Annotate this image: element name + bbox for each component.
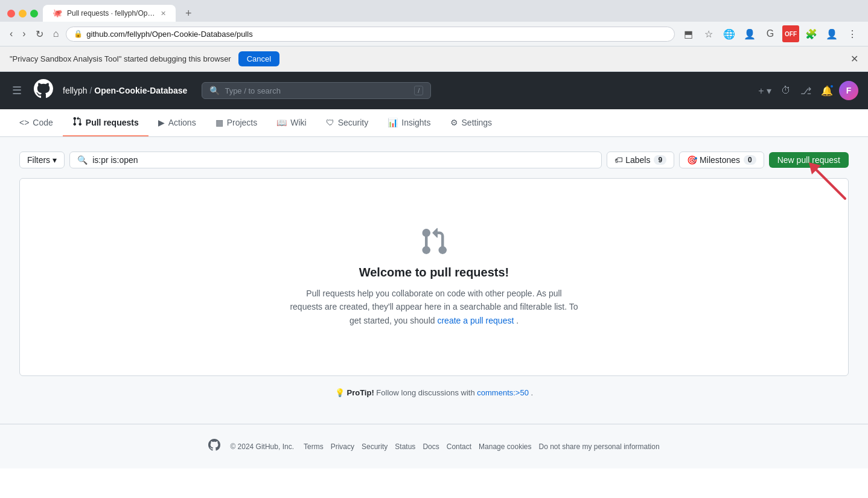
footer-link-do-not-share[interactable]: Do not share my personal information (538, 442, 659, 451)
bookmark-icon[interactable]: ☆ (700, 25, 717, 42)
actions-icon: ▶ (158, 118, 165, 127)
home-button[interactable]: ⌂ (51, 26, 62, 42)
milestone-icon: 🎯 (687, 155, 697, 165)
pr-empty-desc-part1: Pull requests help you collaborate on co… (290, 289, 578, 325)
lightbulb-icon: 💡 (335, 388, 345, 397)
breadcrumb-user-link[interactable]: fellyph (63, 86, 87, 95)
nav-security[interactable]: 🛡 Security (316, 110, 378, 136)
menu-icon[interactable]: ⋮ (844, 25, 861, 42)
breadcrumb-separator: / (89, 86, 92, 95)
hamburger-menu-icon[interactable]: ☰ (10, 81, 24, 100)
tab-title: Pull requests · fellyph/Open-C... (67, 9, 156, 18)
github-header: ☰ fellyph / Open-Cookie-Database 🔍 Type … (0, 72, 868, 109)
nav-pull-requests[interactable]: Pull requests (63, 109, 148, 136)
nav-insights[interactable]: 📊 Insights (378, 110, 440, 136)
nav-settings[interactable]: ⚙ Settings (441, 110, 502, 136)
filters-button[interactable]: Filters ▾ (19, 152, 65, 168)
create-pull-request-link[interactable]: create a pull request (437, 316, 514, 325)
protip-link[interactable]: comments:>50 (477, 388, 529, 397)
footer-link-manage-cookies[interactable]: Manage cookies (479, 442, 531, 451)
cast-icon[interactable]: ⬒ (680, 25, 697, 42)
settings-icon: ⚙ (450, 118, 458, 127)
security-nav-icon: 🛡 (326, 118, 334, 127)
extension-icon-4[interactable]: OFF (782, 25, 799, 42)
pr-container: Welcome to pull requests! Pull requests … (19, 178, 849, 376)
extension-icon-1[interactable]: 🌐 (721, 25, 738, 42)
milestones-button[interactable]: 🎯 Milestones 0 (679, 152, 764, 168)
github-logo (34, 79, 53, 102)
plus-icon: + (758, 86, 764, 96)
footer-link-security[interactable]: Security (362, 442, 388, 451)
notification-dot (829, 84, 834, 89)
wiki-icon: 📖 (276, 118, 287, 127)
user-profile-icon[interactable]: 👤 (823, 25, 840, 42)
labels-button[interactable]: 🏷 Labels 9 (607, 152, 674, 168)
debug-cancel-button[interactable]: Cancel (238, 51, 279, 66)
browser-tab[interactable]: 🐙 Pull requests · fellyph/Open-C... ✕ (43, 5, 176, 22)
protip-label: ProTip! (346, 388, 374, 397)
footer-links: Terms Privacy Security Status Docs Conta… (304, 442, 660, 451)
debug-bar: "Privacy Sandbox Analysis Tool" started … (0, 46, 868, 72)
timer-icon[interactable]: ⏱ (777, 81, 794, 100)
footer-link-privacy[interactable]: Privacy (331, 442, 354, 451)
projects-icon: ▦ (215, 118, 223, 127)
nav-insights-label: Insights (401, 118, 430, 127)
pr-toolbar: Filters ▾ 🔍 is:pr is:open 🏷 Labels 9 🎯 M… (19, 152, 849, 168)
search-slash-badge: / (414, 86, 423, 95)
user-avatar[interactable]: F (839, 81, 858, 100)
labels-count: 9 (654, 155, 666, 165)
search-container: 🔍 Type / to search / (202, 82, 431, 99)
minimize-window-button[interactable] (19, 10, 27, 18)
browser-toolbar-icons: ⬒ ☆ 🌐 👤 G OFF 🧩 👤 ⋮ (680, 25, 861, 42)
pr-search-box[interactable]: 🔍 is:pr is:open (69, 152, 602, 168)
pull-request-icon[interactable]: ⎇ (797, 81, 815, 100)
label-icon: 🏷 (614, 155, 623, 165)
pr-empty-icon (420, 227, 448, 256)
nav-settings-label: Settings (462, 118, 493, 127)
footer-github-logo (208, 439, 220, 454)
filter-label: Filters (27, 155, 50, 165)
pr-empty-desc-part2: . (516, 316, 519, 325)
footer-link-terms[interactable]: Terms (304, 442, 324, 451)
back-button[interactable]: ‹ (7, 26, 15, 42)
create-new-button[interactable]: + ▾ (755, 81, 775, 100)
nav-actions-label: Actions (168, 118, 196, 127)
forward-button[interactable]: › (20, 26, 28, 42)
protip: 💡 ProTip! Follow long discussions with c… (19, 376, 849, 409)
browser-window: 🐙 Pull requests · fellyph/Open-C... ✕ + … (0, 0, 868, 498)
nav-actions[interactable]: ▶ Actions (148, 110, 206, 136)
nav-code[interactable]: <> Code (10, 110, 63, 136)
nav-code-label: Code (33, 118, 53, 127)
browser-toolbar: ‹ › ↻ ⌂ 🔒 github.com/fellyph/Open-Cookie… (0, 22, 868, 46)
github-page: ☰ fellyph / Open-Cookie-Database 🔍 Type … (0, 72, 868, 498)
nav-projects[interactable]: ▦ Projects (206, 110, 267, 136)
filter-chevron-icon: ▾ (53, 155, 57, 165)
security-icon: 🔒 (74, 30, 83, 38)
insights-icon: 📊 (388, 118, 398, 127)
footer-link-docs[interactable]: Docs (423, 442, 439, 451)
notification-icon[interactable]: 🔔 (817, 81, 837, 100)
search-input-icon: 🔍 (77, 155, 88, 165)
window-controls (7, 10, 38, 18)
search-icon: 🔍 (209, 86, 220, 95)
maximize-window-button[interactable] (30, 10, 38, 18)
extension-icon-5[interactable]: 🧩 (803, 25, 820, 42)
extension-icon-3[interactable]: G (762, 25, 779, 42)
reload-button[interactable]: ↻ (33, 26, 46, 42)
close-window-button[interactable] (7, 10, 15, 18)
new-tab-button[interactable]: + (180, 7, 197, 20)
nav-pull-requests-label: Pull requests (86, 118, 139, 127)
extension-icon-2[interactable]: 👤 (741, 25, 758, 42)
footer-link-status[interactable]: Status (395, 442, 415, 451)
nav-wiki-label: Wiki (290, 118, 306, 127)
nav-security-label: Security (338, 118, 369, 127)
new-pull-request-button[interactable]: New pull request (769, 152, 849, 168)
footer-link-contact[interactable]: Contact (447, 442, 471, 451)
address-bar[interactable]: 🔒 github.com/fellyph/Open-Cookie-Databas… (66, 27, 675, 42)
nav-wiki[interactable]: 📖 Wiki (267, 110, 316, 136)
debug-close-icon[interactable]: ✕ (850, 53, 858, 65)
tab-close-button[interactable]: ✕ (161, 10, 166, 18)
github-footer: © 2024 GitHub, Inc. Terms Privacy Securi… (0, 424, 868, 468)
global-search[interactable]: 🔍 Type / to search / (202, 82, 431, 99)
labels-label: Labels (625, 155, 650, 165)
